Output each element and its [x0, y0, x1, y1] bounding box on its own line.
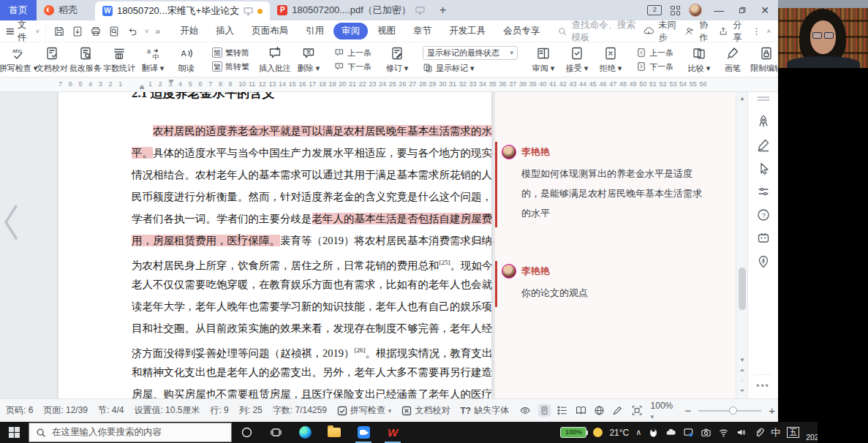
- status-item[interactable]: 节: 4/4: [98, 404, 124, 417]
- sync-status[interactable]: 未同步: [659, 19, 680, 44]
- collaborate-icon[interactable]: [685, 26, 694, 37]
- ribbon-button-接受[interactable]: 接受 ▾: [560, 43, 594, 77]
- ribbon-button-翻译[interactable]: a中翻译 ▾: [136, 43, 170, 77]
- cloud-drive-icon[interactable]: [665, 427, 676, 438]
- previous-page-arrow[interactable]: [0, 200, 22, 244]
- zoom-slider[interactable]: [698, 410, 761, 412]
- adjust-icon[interactable]: [756, 184, 771, 199]
- command-search-input[interactable]: 查找命令、搜索模板: [558, 19, 644, 44]
- horizontal-ruler[interactable]: 7654321123456789101112131415161718192021…: [0, 77, 778, 92]
- status-item[interactable]: 页码: 6: [6, 404, 33, 417]
- multi-window-icon[interactable]: 2: [647, 5, 662, 15]
- write-mode-icon[interactable]: [611, 404, 624, 417]
- ribbon-button-上一条[interactable]: 上一条: [636, 48, 673, 58]
- document-line-5[interactable]: 学者们各执一词。学者们的主要分歧是老年人的基本生活是否包括自建房屋费: [132, 208, 469, 230]
- ime-indicator[interactable]: 中: [771, 426, 780, 439]
- document-line-10[interactable]: 目和社交圈。从目前政策实施的效果来看，发现存在制度不够完善，老年人经: [132, 317, 469, 339]
- camera-icon[interactable]: [701, 427, 712, 438]
- wps-app-button[interactable]: W: [378, 422, 407, 443]
- comment-item-1[interactable]: 李艳艳模型如何体现测算出的养老金水平是适度的，是能够满足农村居民晚年基本生活需求…: [495, 142, 736, 227]
- cursor-icon[interactable]: [756, 161, 771, 175]
- screenshot-tool-icon[interactable]: [683, 427, 694, 438]
- share-icon[interactable]: [719, 26, 728, 37]
- activity-icon[interactable]: [756, 254, 771, 269]
- ribbon-button-繁转简[interactable]: 简繁转简: [212, 48, 249, 58]
- menu-item-视图[interactable]: 视图: [369, 23, 404, 39]
- vertical-scrollbar[interactable]: ▲ ▼ ⏶ ◦ ⏷: [736, 92, 747, 398]
- start-button[interactable]: [9, 427, 20, 438]
- ribbon-button-删除[interactable]: 删除 ▾: [292, 43, 325, 77]
- document-tab-active[interactable]: W 18050720...宋维飞+毕业论文: [95, 1, 270, 20]
- menu-item-插入[interactable]: 插入: [208, 23, 242, 39]
- app-grid-icon[interactable]: [671, 6, 680, 15]
- next-page-icon[interactable]: ⏷: [736, 386, 748, 395]
- status-item[interactable]: 页面: 12/39: [43, 404, 88, 417]
- document-line-6[interactable]: 用，房屋租赁费用，医疗保障。裴育等（2019）将农村居民基本消费需求归纳: [132, 230, 469, 251]
- ribbon-button-显示标记 ▾[interactable]: 显示标记 ▾: [423, 63, 518, 74]
- status-item[interactable]: 列: 25: [239, 404, 263, 417]
- outline-view-icon[interactable]: [556, 404, 569, 417]
- ribbon-button-修订[interactable]: 修订 ▾: [380, 43, 414, 77]
- document-line-13[interactable]: 房屋、购买房屋也不需要租赁房屋，且医疗保险支出已经涵盖了老年人的医疗: [132, 383, 469, 398]
- ribbon-button-拼写检查[interactable]: abc拼写检查 ▾: [1, 43, 35, 77]
- menu-item-开始[interactable]: 开始: [172, 23, 206, 39]
- menu-item-章节[interactable]: 章节: [405, 23, 439, 39]
- task-view-button[interactable]: [261, 422, 290, 443]
- tray-expand-icon[interactable]: ∧: [635, 428, 641, 437]
- statusbar-spellcheck[interactable]: 拼写检查▾: [337, 404, 392, 417]
- docer-tab[interactable]: 稻壳: [37, 0, 95, 20]
- minimize-button[interactable]: —: [711, 4, 727, 16]
- wifi-icon[interactable]: [718, 427, 729, 438]
- document-line-7[interactable]: 为农村居民身上所穿，饮食所需，居住之所，日常花销的费用总和[25]。现如今: [132, 251, 469, 273]
- preview-icon[interactable]: [108, 26, 120, 37]
- missing-font-button[interactable]: T? 缺失字体: [460, 404, 509, 417]
- home-button[interactable]: 首页: [0, 0, 37, 20]
- zoom-in-button[interactable]: +: [769, 404, 775, 417]
- first-line-indent-marker[interactable]: [168, 79, 174, 85]
- ribbon-button-朗读[interactable]: A朗读: [170, 43, 203, 77]
- statusbar-proofread[interactable]: 文档校对: [401, 404, 450, 417]
- file-menu[interactable]: 文件 ˅: [0, 19, 45, 44]
- document-line-9[interactable]: 读老年大学，老年人晚年也需要学习新的知识技能，老年人也有自己的娱乐项: [132, 295, 469, 317]
- status-item[interactable]: 设置值: 10.5厘米: [134, 404, 200, 417]
- menu-item-会员专享[interactable]: 会员专享: [495, 23, 548, 39]
- ribbon-button-下一条[interactable]: 下一条: [334, 61, 371, 72]
- ribbon-button-审阅[interactable]: 审阅 ▾: [527, 43, 560, 77]
- ribbon-button-画笔[interactable]: 画笔: [716, 43, 750, 77]
- ribbon-button-字数统计[interactable]: 字数统计: [102, 43, 136, 77]
- ribbon-button-插入批注[interactable]: 插入批注: [258, 43, 292, 77]
- cortana-button[interactable]: [232, 422, 261, 443]
- undo-icon[interactable]: [127, 26, 138, 37]
- ribbon-button-比较[interactable]: 比较 ▾: [682, 43, 716, 77]
- document-line-1[interactable]: 农村居民的适度养老金水平就是可以满足农村居民晚年基本生活需求的水: [132, 120, 491, 142]
- web-view-icon[interactable]: [593, 404, 605, 417]
- document-line-2[interactable]: 平。具体的适度水平与当今中国生产力发展水平相适应，要与各个地方的现实: [132, 142, 469, 164]
- cloud-sync-icon[interactable]: [644, 26, 654, 37]
- scrollbar-thumb[interactable]: [739, 268, 746, 310]
- help-icon[interactable]: ?: [756, 208, 771, 222]
- zoom-level[interactable]: 100% ▾: [651, 401, 678, 421]
- ribbon-button-下一条[interactable]: 下一条: [636, 61, 673, 72]
- save-icon[interactable]: [53, 26, 65, 37]
- menu-item-引用[interactable]: 引用: [298, 23, 332, 39]
- previous-page-icon[interactable]: ⏶: [736, 366, 748, 375]
- restore-button[interactable]: [736, 5, 749, 15]
- ribbon-button-批改服务[interactable]: 批改服务: [69, 43, 102, 77]
- ribbon-button-简转繁[interactable]: 繁简转繁: [212, 61, 249, 72]
- scroll-down-icon[interactable]: ▼: [736, 355, 748, 365]
- read-view-icon[interactable]: [575, 404, 587, 417]
- more-quick-icons[interactable]: »: [155, 26, 160, 37]
- new-tab-button[interactable]: +: [432, 0, 453, 20]
- menu-item-审阅[interactable]: 审阅: [333, 23, 368, 39]
- collaborate-label[interactable]: 协作: [699, 19, 714, 44]
- qq-penguin-icon[interactable]: [648, 427, 659, 438]
- volume-icon[interactable]: [736, 427, 747, 438]
- zoom-slider-knob[interactable]: [729, 406, 737, 414]
- ribbon-button-拒绝[interactable]: 拒绝 ▾: [594, 43, 627, 77]
- weather-sun-icon[interactable]: [593, 428, 603, 437]
- more-menu-icon[interactable]: ⋮: [752, 26, 762, 37]
- document-line-12[interactable]: 和精神文化支出也是老年人的必需支出。另外，老年人大多不需要再另行建造: [132, 361, 469, 383]
- usb-link-icon[interactable]: [753, 427, 764, 438]
- collapse-ribbon-icon[interactable]: ˄: [767, 28, 771, 35]
- zoom-out-button[interactable]: −: [684, 404, 691, 417]
